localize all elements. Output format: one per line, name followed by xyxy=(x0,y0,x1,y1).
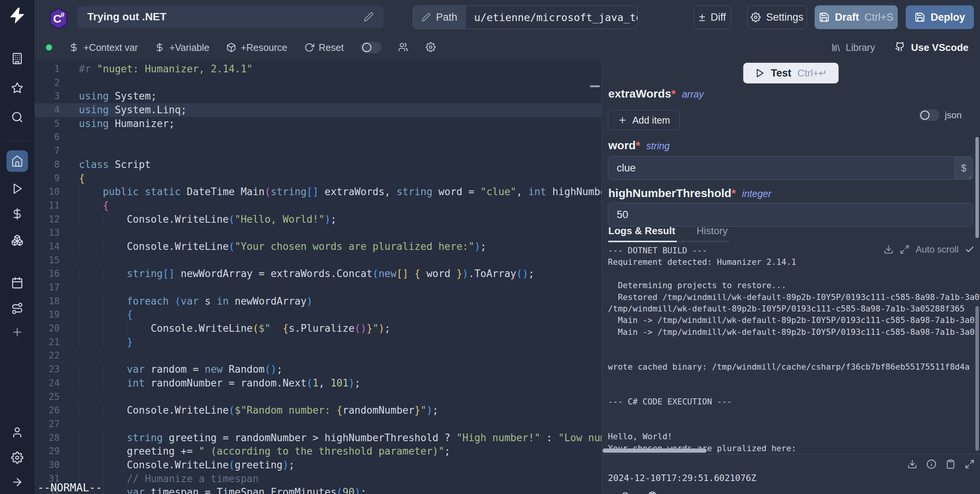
expand-result-icon[interactable] xyxy=(965,459,975,469)
code-line[interactable]: 24int randomNumber = random.Next(1, 101)… xyxy=(34,377,601,390)
line-number: 11 xyxy=(34,199,65,213)
sidebar xyxy=(0,0,34,494)
sidebar-item-account[interactable] xyxy=(11,426,23,439)
home-icon xyxy=(11,155,23,167)
code-line[interactable]: 20Console.WriteLine($" {s.Pluralize()}")… xyxy=(34,322,601,336)
edit-title-icon[interactable] xyxy=(364,12,374,22)
download-result-icon[interactable] xyxy=(907,459,917,469)
log-output[interactable]: --- DOTNET BUILD ---Requirement detected… xyxy=(602,240,980,454)
code-line[interactable]: 10public static DateTime Main(string[] e… xyxy=(34,185,601,199)
deploy-label: Deploy xyxy=(931,11,965,23)
code-line[interactable]: 4using System.Linq; xyxy=(34,103,601,117)
log-horizontal-scrollbar[interactable] xyxy=(603,448,707,453)
code-line[interactable]: 11{ xyxy=(34,199,601,213)
use-vscode-button[interactable]: Use VScode xyxy=(895,42,969,54)
sidebar-item-variables[interactable] xyxy=(11,208,23,220)
code-text: string greeting = randomNumber > highNum… xyxy=(65,431,601,445)
code-line[interactable]: 30Console.WriteLine(greeting); xyxy=(34,458,601,472)
expand-logs-icon[interactable] xyxy=(900,245,910,254)
editor-settings-button[interactable] xyxy=(426,42,436,53)
highnumberthreshold-input-value: 50 xyxy=(608,209,973,221)
code-line[interactable]: 16string[] newWordArray = extraWords.Con… xyxy=(34,267,601,281)
code-line[interactable]: 22 xyxy=(34,349,601,363)
code-text xyxy=(65,226,601,240)
path-field[interactable]: Path u/etienne/microsoft_java_test xyxy=(413,5,638,29)
preview-panel: Test Ctrl+↵ extraWords* array Add item j… xyxy=(601,60,980,494)
add-context-var-button[interactable]: +Context var xyxy=(69,42,138,53)
sidebar-item-flows[interactable] xyxy=(11,302,23,315)
sidebar-item-schedules[interactable] xyxy=(11,277,23,289)
code-line[interactable]: 6 xyxy=(34,130,601,144)
code-line[interactable]: 2 xyxy=(34,76,601,90)
download-logs-icon[interactable] xyxy=(884,245,893,254)
line-number: 28 xyxy=(34,431,65,445)
code-line[interactable]: 29greeting += " (according to the thresh… xyxy=(34,445,601,458)
reset-button[interactable]: Reset xyxy=(304,42,344,53)
sidebar-item-settings[interactable] xyxy=(11,452,23,464)
gear-icon xyxy=(426,42,436,53)
sidebar-item-workspace[interactable] xyxy=(11,52,23,65)
code-line[interactable]: 14Console.WriteLine("Your chosen words a… xyxy=(34,240,601,254)
deploy-button[interactable]: Deploy xyxy=(906,5,974,29)
sidebar-item-home[interactable] xyxy=(7,150,28,172)
sidebar-item-search[interactable] xyxy=(11,111,23,123)
collaborators-button[interactable] xyxy=(398,42,409,53)
code-line[interactable]: 31// Humanize a timespan xyxy=(34,472,601,486)
code-line[interactable]: 7 xyxy=(34,144,601,158)
code-text xyxy=(65,76,601,90)
code-line[interactable]: 26Console.WriteLine($"Random number: {ra… xyxy=(34,404,601,417)
code-text: class Script xyxy=(65,158,601,172)
copy-row[interactable]: Copy xyxy=(622,491,657,494)
star-icon xyxy=(11,82,23,94)
add-resource-button[interactable]: +Resource xyxy=(226,42,287,53)
code-line[interactable]: 28string greeting = randomNumber > highN… xyxy=(34,431,601,445)
sidebar-item-resources[interactable] xyxy=(11,234,23,246)
word-input[interactable]: clue $ xyxy=(608,156,973,180)
result-actions xyxy=(907,459,975,469)
library-button[interactable]: Library xyxy=(831,42,875,53)
code-line[interactable]: 3using System; xyxy=(34,90,601,103)
code-line[interactable]: 5using Humanizer; xyxy=(34,117,601,131)
info-icon[interactable] xyxy=(926,459,936,469)
code-line[interactable]: 17 xyxy=(34,281,601,295)
highnumberthreshold-input[interactable]: 50 xyxy=(608,203,973,227)
pane-resize-handle[interactable] xyxy=(590,85,600,87)
panel-scrollbar[interactable] xyxy=(975,137,979,238)
draft-button[interactable]: Draft Ctrl+S xyxy=(815,5,898,29)
sidebar-item-create[interactable] xyxy=(11,326,23,338)
code-line[interactable]: 8class Script xyxy=(34,158,601,172)
code-line[interactable]: 12Console.WriteLine("Hello, World!"); xyxy=(34,213,601,227)
line-number: 6 xyxy=(34,130,65,144)
code-line[interactable]: 9{ xyxy=(34,172,601,186)
code-line[interactable]: 19{ xyxy=(34,308,601,322)
sidebar-item-expand[interactable] xyxy=(11,476,23,488)
script-title-input[interactable]: Trying out .NET xyxy=(77,6,384,28)
code-line[interactable]: 21} xyxy=(34,336,601,349)
sidebar-item-favorites[interactable] xyxy=(11,82,23,94)
line-number: 24 xyxy=(34,377,65,390)
code-line[interactable]: 32var timespan = TimeSpan.FromMinutes(90… xyxy=(34,486,601,494)
diff-button[interactable]: ± Diff xyxy=(694,5,731,29)
test-button[interactable]: Test Ctrl+↵ xyxy=(743,63,839,83)
settings-icon xyxy=(11,452,23,464)
code-editor[interactable]: 1#r "nuget: Humanizer, 2.14.1"2 3using S… xyxy=(34,60,601,494)
variable-picker-button[interactable]: $ xyxy=(954,157,973,179)
code-line[interactable]: 1#r "nuget: Humanizer, 2.14.1" xyxy=(34,62,601,76)
settings-label: Settings xyxy=(766,11,804,23)
code-line[interactable]: 25 xyxy=(34,390,601,404)
add-item-button[interactable]: Add item xyxy=(608,110,680,130)
add-variable-button[interactable]: +Variable xyxy=(155,42,209,53)
autoscroll-check-icon[interactable] xyxy=(965,245,975,254)
json-toggle[interactable] xyxy=(919,109,939,121)
code-line[interactable]: 23var random = new Random(); xyxy=(34,363,601,377)
code-line[interactable]: 27 xyxy=(34,417,601,431)
copy-result-icon[interactable] xyxy=(946,459,956,469)
sidebar-item-runs[interactable] xyxy=(11,183,23,195)
code-line[interactable]: 15 xyxy=(34,254,601,267)
assistant-toggle[interactable] xyxy=(361,42,381,53)
settings-button[interactable]: Settings xyxy=(747,5,807,29)
code-line[interactable]: 13 xyxy=(34,226,601,240)
windmill-logo-icon[interactable] xyxy=(8,6,27,25)
log-vertical-scrollbar[interactable] xyxy=(975,306,979,451)
code-line[interactable]: 18foreach (var s in newWordArray) xyxy=(34,295,601,308)
